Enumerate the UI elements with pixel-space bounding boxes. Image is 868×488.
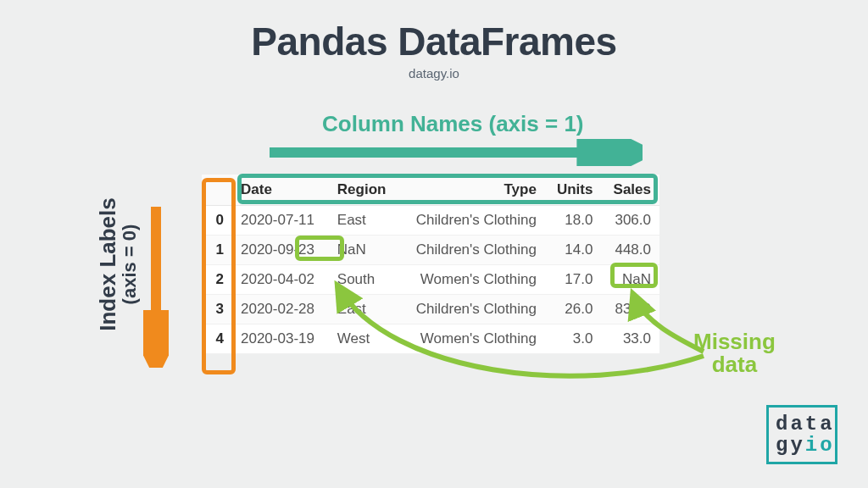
table-row: 1 2020-09-23 NaN Children's Clothing 14.… bbox=[202, 236, 659, 265]
cell-sales: NaN bbox=[601, 265, 659, 295]
cell-region: West bbox=[329, 324, 399, 354]
cell-date: 2020-02-28 bbox=[232, 295, 329, 324]
cell-region: South bbox=[329, 265, 399, 295]
col-date: Date bbox=[232, 175, 329, 206]
col-sales: Sales bbox=[601, 175, 659, 206]
missing-data-label-line2: data bbox=[712, 352, 757, 377]
logo-line1: data bbox=[776, 413, 835, 435]
cell-date: 2020-04-02 bbox=[232, 265, 329, 295]
header-row: Date Region Type Units Sales bbox=[202, 175, 659, 206]
cell-type: Children's Clothing bbox=[398, 295, 545, 324]
cell-type: Women's Clothing bbox=[398, 324, 545, 354]
index-axis-label-line2: (axis = 0) bbox=[120, 180, 140, 349]
index-axis-label-line1: Index Labels bbox=[95, 197, 120, 331]
cell-region: NaN bbox=[329, 236, 399, 265]
cell-region: East bbox=[329, 295, 399, 324]
cell-region: East bbox=[329, 206, 399, 236]
cell-type: Children's Clothing bbox=[398, 206, 545, 236]
page-title: Pandas DataFrames bbox=[0, 19, 868, 64]
row-index: 4 bbox=[202, 324, 232, 354]
col-region: Region bbox=[329, 175, 399, 206]
table-row: 2 2020-04-02 South Women's Clothing 17.0… bbox=[202, 265, 659, 295]
row-index: 1 bbox=[202, 236, 232, 265]
cell-date: 2020-03-19 bbox=[232, 324, 329, 354]
cell-date: 2020-07-11 bbox=[232, 206, 329, 236]
cell-date: 2020-09-23 bbox=[232, 236, 329, 265]
cell-sales: 832.0 bbox=[601, 295, 659, 324]
table-row: 3 2020-02-28 East Children's Clothing 26… bbox=[202, 295, 659, 324]
cell-type: Women's Clothing bbox=[398, 265, 545, 295]
missing-data-label: Missing data bbox=[693, 330, 776, 377]
missing-data-label-line1: Missing bbox=[693, 329, 776, 354]
row-index: 3 bbox=[202, 295, 232, 324]
cell-units: 14.0 bbox=[545, 236, 602, 265]
cell-sales: 306.0 bbox=[601, 206, 659, 236]
cell-units: 17.0 bbox=[545, 265, 602, 295]
cell-type: Children's Clothing bbox=[398, 236, 545, 265]
index-axis-label: Index Labels (axis = 0) bbox=[96, 180, 140, 349]
datagy-logo: data gyio bbox=[766, 405, 837, 464]
dataframe-table: Date Region Type Units Sales 0 2020-07-1… bbox=[202, 175, 659, 354]
index-arrow-icon bbox=[143, 207, 169, 368]
column-arrow-icon bbox=[270, 139, 643, 166]
row-index: 2 bbox=[202, 265, 232, 295]
row-index: 0 bbox=[202, 206, 232, 236]
col-units: Units bbox=[545, 175, 602, 206]
col-type: Type bbox=[398, 175, 545, 206]
table-row: 0 2020-07-11 East Children's Clothing 18… bbox=[202, 206, 659, 236]
cell-sales: 448.0 bbox=[601, 236, 659, 265]
cell-sales: 33.0 bbox=[601, 324, 659, 354]
column-axis-label: Column Names (axis = 1) bbox=[322, 111, 584, 137]
table-row: 4 2020-03-19 West Women's Clothing 3.0 3… bbox=[202, 324, 659, 354]
subtitle: datagy.io bbox=[0, 66, 868, 80]
cell-units: 26.0 bbox=[545, 295, 602, 324]
cell-units: 18.0 bbox=[545, 206, 602, 236]
cell-units: 3.0 bbox=[545, 324, 602, 354]
logo-line2: gyio bbox=[776, 435, 835, 456]
